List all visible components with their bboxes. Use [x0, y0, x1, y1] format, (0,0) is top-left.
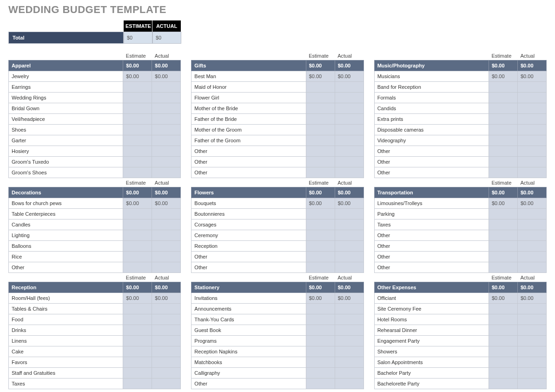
item-estimate-cell[interactable]	[489, 252, 518, 262]
item-actual-cell[interactable]	[152, 157, 181, 167]
item-estimate-cell[interactable]	[306, 93, 335, 103]
item-actual-cell[interactable]: $0.00	[518, 71, 547, 82]
item-name[interactable]: Hotel Rooms	[374, 314, 489, 325]
item-actual-cell[interactable]	[518, 368, 547, 379]
item-estimate-cell[interactable]	[489, 209, 518, 219]
item-estimate-cell[interactable]: $0.00	[306, 71, 335, 82]
item-estimate-cell[interactable]	[306, 167, 335, 178]
item-actual-cell[interactable]	[152, 357, 181, 368]
item-name[interactable]: Other	[374, 252, 489, 262]
item-actual-cell[interactable]: $0.00	[335, 71, 363, 82]
item-actual-cell[interactable]	[518, 346, 547, 357]
item-estimate-cell[interactable]	[123, 368, 152, 379]
item-actual-cell[interactable]	[335, 82, 363, 93]
item-actual-cell[interactable]	[518, 241, 547, 252]
item-actual-cell[interactable]	[152, 314, 181, 325]
item-actual-cell[interactable]: $0.00	[518, 198, 547, 209]
item-name[interactable]: Favors	[9, 357, 123, 368]
item-estimate-cell[interactable]: $0.00	[489, 293, 518, 304]
total-estimate-cell[interactable]: $0	[124, 32, 152, 44]
item-name[interactable]: Matchbooks	[192, 357, 306, 368]
item-actual-cell[interactable]	[335, 230, 363, 241]
item-actual-cell[interactable]	[152, 114, 181, 125]
category-subtotal-estimate[interactable]: $0.00	[123, 187, 152, 198]
item-actual-cell[interactable]: $0.00	[335, 293, 363, 304]
item-estimate-cell[interactable]	[306, 336, 335, 346]
item-name[interactable]: Other	[374, 241, 489, 252]
item-name[interactable]: Musicians	[374, 71, 489, 82]
item-name[interactable]: Other	[192, 252, 306, 262]
item-estimate-cell[interactable]	[123, 379, 152, 389]
item-name[interactable]: Bachelor Party	[374, 368, 489, 379]
item-estimate-cell[interactable]	[306, 357, 335, 368]
item-actual-cell[interactable]	[518, 103, 547, 114]
item-actual-cell[interactable]	[152, 103, 181, 114]
item-name[interactable]: Formals	[374, 93, 489, 103]
item-name[interactable]: Garter	[9, 135, 123, 146]
item-name[interactable]: Other	[374, 262, 489, 273]
item-estimate-cell[interactable]	[306, 325, 335, 336]
item-estimate-cell[interactable]	[306, 82, 335, 93]
item-estimate-cell[interactable]	[123, 346, 152, 357]
item-actual-cell[interactable]	[335, 346, 363, 357]
item-actual-cell[interactable]	[518, 252, 547, 262]
item-actual-cell[interactable]	[518, 230, 547, 241]
item-name[interactable]: Hosiery	[9, 146, 123, 157]
item-name[interactable]: Videography	[374, 135, 489, 146]
item-actual-cell[interactable]	[335, 325, 363, 336]
item-name[interactable]: Wedding Rings	[9, 93, 123, 103]
item-estimate-cell[interactable]	[489, 357, 518, 368]
item-actual-cell[interactable]	[152, 219, 181, 230]
item-name[interactable]: Tables & Chairs	[9, 304, 123, 314]
category-subtotal-estimate[interactable]: $0.00	[306, 187, 335, 198]
item-actual-cell[interactable]: $0.00	[152, 71, 181, 82]
item-estimate-cell[interactable]	[306, 241, 335, 252]
item-actual-cell[interactable]	[335, 103, 363, 114]
item-estimate-cell[interactable]	[123, 241, 152, 252]
item-actual-cell[interactable]	[335, 304, 363, 314]
item-estimate-cell[interactable]	[123, 93, 152, 103]
item-name[interactable]: Candids	[374, 103, 489, 114]
item-actual-cell[interactable]	[518, 125, 547, 135]
item-estimate-cell[interactable]	[123, 357, 152, 368]
item-estimate-cell[interactable]	[123, 252, 152, 262]
category-subtotal-actual[interactable]: $0.00	[335, 282, 363, 293]
category-subtotal-estimate[interactable]: $0.00	[489, 282, 518, 293]
item-estimate-cell[interactable]	[123, 336, 152, 346]
item-name[interactable]: Flower Girl	[192, 93, 306, 103]
item-estimate-cell[interactable]	[306, 219, 335, 230]
item-name[interactable]: Bridal Gown	[9, 103, 123, 114]
item-estimate-cell[interactable]	[489, 230, 518, 241]
item-name[interactable]: Officiant	[374, 293, 489, 304]
item-estimate-cell[interactable]	[306, 103, 335, 114]
item-actual-cell[interactable]	[518, 325, 547, 336]
item-name[interactable]: Shoes	[9, 125, 123, 135]
item-estimate-cell[interactable]	[123, 304, 152, 314]
item-name[interactable]: Programs	[192, 336, 306, 346]
item-actual-cell[interactable]	[152, 346, 181, 357]
item-estimate-cell[interactable]	[123, 325, 152, 336]
item-name[interactable]: Other	[374, 167, 489, 178]
item-name[interactable]: Best Man	[192, 71, 306, 82]
item-actual-cell[interactable]	[518, 146, 547, 157]
item-estimate-cell[interactable]	[123, 82, 152, 93]
item-estimate-cell[interactable]	[489, 103, 518, 114]
item-actual-cell[interactable]	[518, 167, 547, 178]
item-actual-cell[interactable]	[335, 336, 363, 346]
item-name[interactable]: Other	[192, 146, 306, 157]
item-estimate-cell[interactable]	[123, 262, 152, 273]
item-actual-cell[interactable]	[152, 325, 181, 336]
item-actual-cell[interactable]	[335, 209, 363, 219]
item-name[interactable]: Food	[9, 314, 123, 325]
item-actual-cell[interactable]	[518, 219, 547, 230]
category-subtotal-estimate[interactable]: $0.00	[489, 60, 518, 71]
item-name[interactable]: Taxes	[374, 219, 489, 230]
item-actual-cell[interactable]	[518, 314, 547, 325]
category-subtotal-estimate[interactable]: $0.00	[489, 187, 518, 198]
item-actual-cell[interactable]	[518, 304, 547, 314]
item-actual-cell[interactable]	[152, 252, 181, 262]
item-estimate-cell[interactable]	[489, 93, 518, 103]
item-name[interactable]: Jewelry	[9, 71, 123, 82]
item-estimate-cell[interactable]	[306, 157, 335, 167]
item-actual-cell[interactable]	[152, 125, 181, 135]
